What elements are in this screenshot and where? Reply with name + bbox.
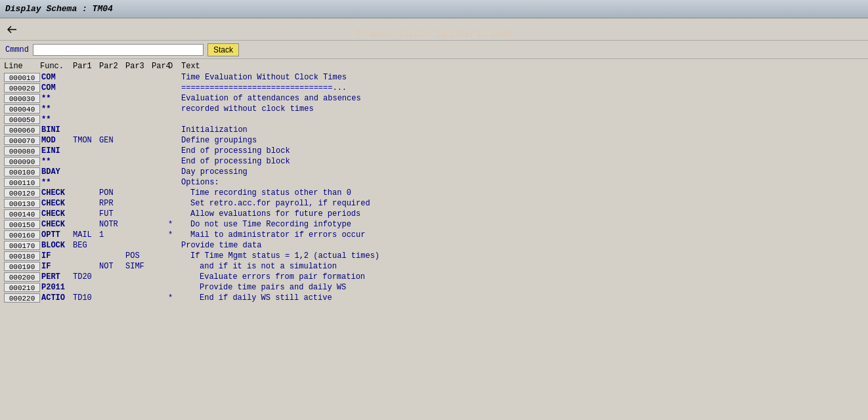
- cell-par2: PON: [99, 188, 125, 198]
- cell-par1: BEG: [73, 241, 99, 250]
- table-row[interactable]: 000190 IF NOT SIMF and if it is not a si…: [0, 261, 868, 272]
- cell-line: 000100: [4, 167, 40, 177]
- table-row[interactable]: 000020 COM =============================…: [0, 83, 868, 93]
- cell-text: Time Evaluation Without Clock Times: [181, 73, 864, 82]
- cell-func: CHECK: [40, 220, 73, 229]
- cell-text: Evaluation of attendances and absences: [181, 94, 864, 103]
- table-row[interactable]: 000220 ACTIO TD10 * End if daily WS stil…: [0, 293, 868, 303]
- cell-text: Evaluate errors from pair formation: [181, 272, 864, 282]
- cell-line: 000090: [4, 157, 40, 166]
- cell-text: If Time Mgmt status = 1,2 (actual times): [181, 251, 864, 261]
- table-row[interactable]: 000100 BDAY Day processing: [0, 167, 868, 177]
- header-func: Func.: [40, 62, 73, 71]
- cell-text: Provide time data: [181, 241, 864, 250]
- cell-par1: TD20: [73, 272, 99, 282]
- table-row[interactable]: 000060 BINI Initialization: [0, 125, 868, 135]
- cell-func: BINI: [40, 125, 73, 135]
- table-row[interactable]: 000120 CHECK PON Time recording status o…: [0, 188, 868, 198]
- table-row[interactable]: 000170 BLOCK BEG Provide time data: [0, 240, 868, 251]
- cell-func: **: [40, 94, 73, 103]
- cell-text: Day processing: [181, 167, 864, 177]
- table-row[interactable]: 000110 ** Options:: [0, 177, 868, 188]
- cell-line: 000170: [4, 241, 40, 250]
- table-row[interactable]: 000150 CHECK NOTR * Do not use Time Reco…: [0, 219, 868, 230]
- cell-par2: NOT: [99, 262, 125, 271]
- cell-line: 000200: [4, 272, 40, 282]
- cell-text: recorded without clock times: [181, 104, 864, 114]
- cell-text: Do not use Time Recording infotype: [181, 220, 864, 229]
- cell-line: 000060: [4, 125, 40, 135]
- table-row[interactable]: 000130 CHECK RPR Set retro.acc.for payro…: [0, 198, 868, 209]
- table-body: 000010 COM Time Evaluation Without Clock…: [0, 72, 868, 303]
- cell-text: End of processing block: [181, 157, 864, 166]
- cell-text: Allow evaluations for future periods: [181, 209, 864, 219]
- cell-par2: 1: [99, 230, 125, 240]
- cell-d: *: [168, 230, 181, 240]
- cell-par1: TD10: [73, 293, 99, 303]
- table-row[interactable]: 000070 MOD TMON GEN Define groupings: [0, 135, 868, 146]
- cell-line: 000040: [4, 104, 40, 114]
- cell-text: Options:: [181, 178, 864, 187]
- cell-func: CHECK: [40, 199, 73, 208]
- cell-text: Provide time pairs and daily WS: [181, 283, 864, 292]
- table-row[interactable]: 000050 **: [0, 114, 868, 125]
- back-icon[interactable]: [5, 22, 20, 37]
- table-row[interactable]: 000160 OPTT MAIL 1 * Mail to administrat…: [0, 230, 868, 240]
- cell-text: Mail to administrator if errors occur: [181, 230, 864, 240]
- table-row[interactable]: 000010 COM Time Evaluation Without Clock…: [0, 72, 868, 83]
- toolbar: [0, 18, 868, 41]
- cell-text: Set retro.acc.for payroll, if required: [181, 199, 864, 208]
- cell-par2: GEN: [99, 136, 125, 145]
- cell-line: 000080: [4, 146, 40, 156]
- cell-func: OPTT: [40, 230, 73, 240]
- cell-text: End if daily WS still active: [181, 293, 864, 303]
- table-row[interactable]: 000040 ** recorded without clock times: [0, 104, 868, 114]
- cell-func: PERT: [40, 272, 73, 282]
- command-input[interactable]: [33, 44, 204, 56]
- cell-text: Initialization: [181, 125, 864, 135]
- main-area: Line Func. Par1 Par2 Par3 Par4 D Text 00…: [0, 59, 868, 420]
- stack-button[interactable]: Stack: [207, 43, 239, 56]
- header-d: D: [168, 62, 181, 71]
- table-row[interactable]: 000080 EINI End of processing block: [0, 146, 868, 156]
- cell-par3: SIMF: [125, 262, 152, 271]
- title-bar: Display Schema : TM04: [0, 0, 868, 18]
- cell-par1: TMON: [73, 136, 99, 145]
- cell-line: 000190: [4, 262, 40, 271]
- cell-d: *: [168, 293, 181, 303]
- table-row[interactable]: 000090 ** End of processing block: [0, 156, 868, 167]
- cell-line: 000140: [4, 209, 40, 219]
- table-row[interactable]: 000030 ** Evaluation of attendances and …: [0, 93, 868, 104]
- cell-par2: RPR: [99, 199, 125, 208]
- cell-func: **: [40, 178, 73, 187]
- cell-line: 000030: [4, 94, 40, 103]
- table-row[interactable]: 000180 IF POS If Time Mgmt status = 1,2 …: [0, 251, 868, 261]
- cell-func: **: [40, 104, 73, 114]
- header-par2: Par2: [99, 62, 125, 71]
- cell-text: Define groupings: [181, 136, 864, 145]
- cell-line: 000110: [4, 178, 40, 187]
- header-par3: Par3: [125, 62, 152, 71]
- cell-text: ================================...: [181, 83, 864, 93]
- cell-func: IF: [40, 262, 73, 271]
- cell-line: 000050: [4, 115, 40, 124]
- header-par1: Par1: [73, 62, 99, 71]
- cell-line: 000070: [4, 136, 40, 145]
- cell-text: End of processing block: [181, 146, 864, 156]
- table-header: Line Func. Par1 Par2 Par3 Par4 D Text: [0, 62, 868, 71]
- cell-line: 000120: [4, 188, 40, 198]
- table-row[interactable]: 000210 P2011 Provide time pairs and dail…: [0, 282, 868, 293]
- cell-func: MOD: [40, 136, 73, 145]
- table-row[interactable]: 000140 CHECK FUT Allow evaluations for f…: [0, 209, 868, 219]
- cell-par2: FUT: [99, 209, 125, 219]
- cell-func: COM: [40, 83, 73, 93]
- table-row[interactable]: 000200 PERT TD20 Evaluate errors from pa…: [0, 272, 868, 282]
- cell-func: EINI: [40, 146, 73, 156]
- cell-func: **: [40, 157, 73, 166]
- cell-line: 000130: [4, 199, 40, 208]
- command-label: Cmmnd: [5, 45, 29, 54]
- cell-func: **: [40, 115, 73, 124]
- cell-func: P2011: [40, 283, 73, 292]
- cell-func: CHECK: [40, 188, 73, 198]
- cell-func: BLOCK: [40, 241, 73, 250]
